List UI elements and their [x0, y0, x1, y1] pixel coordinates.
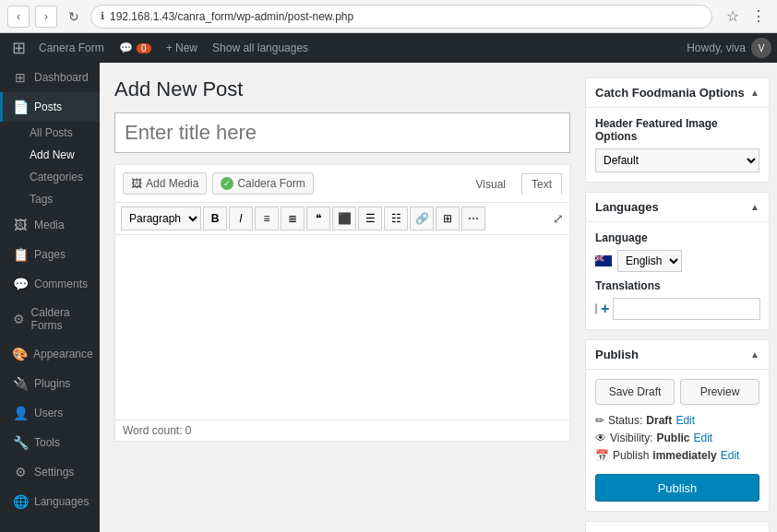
add-media-button[interactable]: 🖼 Add Media — [123, 172, 207, 195]
all-posts-label: All Posts — [30, 126, 73, 139]
italic-button[interactable]: I — [229, 207, 253, 231]
languages-header[interactable]: Languages ▲ — [586, 193, 769, 222]
unordered-list-button[interactable]: ≡ — [255, 207, 279, 231]
status-label: Status: — [608, 414, 642, 427]
categories-header[interactable]: Categories ▲ — [586, 522, 769, 532]
bold-button[interactable]: B — [203, 207, 227, 231]
caldera-form-icon: ✓ — [221, 177, 233, 190]
sidebar-sub-add-new[interactable]: Add New — [0, 144, 100, 166]
howdy-text: Howdy, viva — [687, 41, 746, 54]
sidebar-item-dashboard[interactable]: ⊞ Dashboard — [0, 63, 100, 92]
status-row: ✏ Status: Draft Edit — [595, 414, 759, 427]
sidebar-item-pages[interactable]: 📋 Pages — [0, 240, 100, 269]
plugins-icon: 🔌 — [12, 376, 29, 391]
comments-icon: 💬 — [12, 277, 29, 291]
au-flag — [595, 255, 612, 266]
ordered-list-button[interactable]: ≣ — [281, 207, 305, 231]
header-image-select[interactable]: Default — [595, 148, 759, 172]
star-button[interactable]: ☆ — [722, 6, 744, 28]
word-count: Word count: 0 — [115, 420, 569, 441]
comments-item[interactable]: 💬 0 — [112, 33, 159, 63]
catch-foodmania-toggle: ▲ — [750, 88, 759, 98]
expand-button[interactable]: ⤢ — [553, 211, 564, 226]
publish-metabox: Publish ▲ Save Draft Preview ✏ Status: D… — [585, 339, 770, 512]
collapse-menu-button[interactable]: ◀ Collapse menu — [0, 524, 100, 532]
sidebar-item-label: Languages — [34, 495, 89, 508]
catch-foodmania-title: Catch Foodmania Options — [595, 86, 745, 100]
table-button[interactable]: ⊞ — [436, 207, 460, 231]
sidebar-item-label: Posts — [34, 100, 62, 113]
translation-input[interactable] — [613, 298, 760, 320]
site-name-item[interactable]: Canera Form — [31, 33, 112, 63]
publish-body: Save Draft Preview ✏ Status: Draft Edit … — [586, 370, 769, 511]
header-image-label: Header Featured Image Options — [595, 117, 759, 143]
publish-time-edit-link[interactable]: Edit — [721, 449, 740, 462]
sidebar-sub-all-posts[interactable]: All Posts — [0, 122, 100, 144]
publish-time-label: Publish — [613, 449, 649, 462]
sidebar-item-label: Tools — [34, 436, 60, 449]
sidebar-sub-categories[interactable]: Categories — [0, 166, 100, 188]
catch-foodmania-header[interactable]: Catch Foodmania Options ▲ — [586, 78, 769, 108]
tab-text[interactable]: Text — [521, 173, 562, 195]
new-item[interactable]: + New — [159, 33, 205, 63]
site-name: Canera Form — [39, 41, 104, 54]
sidebar-item-users[interactable]: 👤 Users — [0, 398, 100, 428]
preview-button[interactable]: Preview — [680, 379, 759, 405]
browser-bar: ‹ › ↻ ℹ 192.168.1.43/canra_form/wp-admin… — [0, 0, 777, 33]
sidebar-item-label: Appearance — [33, 348, 93, 361]
caldera-form-button[interactable]: ✓ Caldera Form — [212, 172, 313, 195]
sidebar-item-tools[interactable]: 🔧 Tools — [0, 428, 100, 457]
visibility-edit-link[interactable]: Edit — [693, 432, 712, 444]
save-draft-button[interactable]: Save Draft — [595, 379, 675, 405]
blockquote-button[interactable]: ❝ — [306, 207, 330, 231]
sidebar-item-caldera-forms[interactable]: ⚙ Caldera Forms — [0, 299, 100, 339]
tags-label: Tags — [30, 193, 53, 206]
dashboard-icon: ⊞ — [12, 70, 29, 85]
back-button[interactable]: ‹ — [7, 6, 30, 28]
categories-metabox: Categories ▲ All Categories Most Used — [585, 521, 770, 532]
more-button[interactable]: ⋯ — [461, 207, 485, 231]
calendar-icon: 📅 — [595, 449, 609, 462]
align-center-button[interactable]: ☰ — [358, 207, 382, 231]
tab-visual[interactable]: Visual — [466, 173, 516, 195]
menu-button[interactable]: ⋮ — [747, 6, 770, 28]
url-bar: ℹ 192.168.1.43/canra_form/wp-admin/post-… — [90, 5, 712, 29]
reload-button[interactable]: ↻ — [63, 6, 85, 28]
sidebar-item-label: Settings — [34, 466, 74, 479]
catch-foodmania-body: Header Featured Image Options Default — [586, 108, 769, 182]
wp-main: Add New Post 🖼 Add Media ✓ Caldera Form … — [100, 63, 777, 532]
editor-area: 🖼 Add Media ✓ Caldera Form Visual Text P… — [114, 164, 570, 442]
sidebar-item-comments[interactable]: 💬 Comments — [0, 269, 100, 299]
sidebar-item-appearance[interactable]: 🎨 Appearance — [0, 339, 100, 369]
align-left-button[interactable]: ⬛ — [332, 207, 356, 231]
sidebar-item-label: Comments — [34, 278, 88, 290]
status-edit-link[interactable]: Edit — [675, 414, 695, 427]
avatar: V — [751, 38, 771, 58]
publish-time-value: immediately — [652, 449, 716, 462]
sidebar-sub-tags[interactable]: Tags — [0, 188, 100, 210]
caldera-icon: ⚙ — [12, 312, 26, 326]
word-count-label: Word count: — [123, 424, 182, 437]
forward-button[interactable]: › — [35, 6, 57, 28]
language-select[interactable]: English — [617, 250, 682, 272]
sidebar-item-plugins[interactable]: 🔌 Plugins — [0, 369, 100, 398]
editor-body[interactable] — [115, 235, 569, 420]
sidebar-item-media[interactable]: 🖼 Media — [0, 210, 100, 240]
publish-header[interactable]: Publish ▲ — [586, 340, 769, 370]
settings-icon: ⚙ — [12, 465, 29, 479]
sidebar-item-settings[interactable]: ⚙ Settings — [0, 457, 100, 487]
paragraph-select[interactable]: Paragraph — [121, 207, 201, 231]
link-button[interactable]: 🔗 — [410, 207, 434, 231]
add-new-label: Add New — [30, 148, 75, 161]
languages-icon: 🌐 — [12, 494, 29, 509]
sidebar-item-languages[interactable]: 🌐 Languages — [0, 487, 100, 516]
sidebar-item-posts[interactable]: 📄 Posts — [0, 92, 100, 122]
languages-body: Language — [586, 222, 769, 329]
sidebar-item-label: Plugins — [34, 377, 70, 390]
show-all-languages-item[interactable]: Show all languages — [205, 33, 316, 63]
align-right-button[interactable]: ☷ — [384, 207, 408, 231]
publish-button[interactable]: Publish — [595, 474, 759, 502]
post-title-input[interactable] — [114, 112, 570, 153]
add-translation-button[interactable]: + — [601, 301, 609, 316]
appearance-icon: 🎨 — [12, 347, 28, 361]
